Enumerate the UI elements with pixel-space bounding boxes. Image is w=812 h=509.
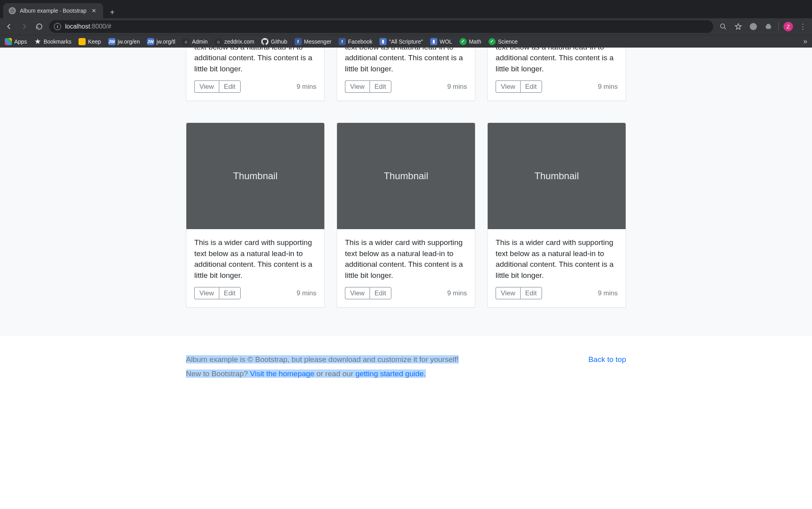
homepage-link[interactable]: Visit the homepage <box>250 369 314 378</box>
star-icon: ★ <box>34 38 41 45</box>
edit-button[interactable]: Edit <box>219 80 241 93</box>
bookmark-github[interactable]: Github <box>261 38 287 45</box>
back-button[interactable] <box>4 21 14 32</box>
facebook-icon: f <box>295 38 302 45</box>
bookmark-science[interactable]: ✓Science <box>488 38 518 45</box>
star-icon[interactable] <box>733 21 743 32</box>
card-text: This is a wider card with supporting tex… <box>345 48 467 74</box>
book-icon: ▮ <box>430 38 437 45</box>
jw-icon: JW <box>147 38 154 45</box>
album-card: Thumbnail This is a wider card with supp… <box>186 48 325 101</box>
globe-icon <box>9 7 16 14</box>
bookmark-keep[interactable]: Keep <box>79 38 101 45</box>
site-info-icon[interactable]: i <box>54 23 61 30</box>
site-icon: ⌂ <box>215 38 222 45</box>
bookmark-bookmarks[interactable]: ★Bookmarks <box>34 38 71 45</box>
math-icon: ✓ <box>460 38 467 45</box>
card-text: This is a wider card with supporting tex… <box>345 237 467 281</box>
keep-icon <box>79 38 86 45</box>
thumbnail: Thumbnail <box>337 123 475 229</box>
bookmark-admin[interactable]: ⌂Admin <box>182 38 208 45</box>
card-time: 9 mins <box>598 83 618 91</box>
facebook-icon: f <box>339 38 346 45</box>
chrome-menu-button[interactable]: ⋮ <box>798 22 808 31</box>
edit-button[interactable]: Edit <box>219 287 241 299</box>
new-tab-button[interactable]: + <box>106 6 118 18</box>
page-viewport[interactable]: Thumbnail This is a wider card with supp… <box>0 48 812 509</box>
edit-button[interactable]: Edit <box>370 80 391 93</box>
bookmark-jw-en[interactable]: JWjw.org/en <box>108 38 140 45</box>
bookmark-wol[interactable]: ▮WOL <box>430 38 452 45</box>
browser-chrome: Album example · Bootstrap ✕ + i localhos… <box>0 0 812 48</box>
bookmarks-bar: Apps ★Bookmarks Keep JWjw.org/en JWjw.or… <box>0 35 812 48</box>
toolbar-divider <box>778 22 779 31</box>
album-card: Thumbnail This is a wider card with supp… <box>337 48 475 101</box>
edit-button[interactable]: Edit <box>520 287 542 299</box>
bookmark-jw-tl[interactable]: JWjw.org/tl <box>147 38 175 45</box>
browser-toolbar: i localhost:8000/# Z ⋮ <box>0 18 812 35</box>
page-footer: Back to top Album example is © Bootstrap… <box>0 336 812 403</box>
science-icon: ✓ <box>488 38 496 45</box>
admin-icon: ⌂ <box>182 38 190 45</box>
card-text: This is a wider card with supporting tex… <box>496 237 618 281</box>
edit-button[interactable]: Edit <box>520 80 542 93</box>
album-section: Thumbnail This is a wider card with supp… <box>0 48 812 336</box>
bookmark-scripture[interactable]: ▮"All Scripture" <box>379 38 423 45</box>
bookmark-zeddrix[interactable]: ⌂zeddrix.com <box>215 38 254 45</box>
bookmark-facebook[interactable]: fFacebook <box>339 38 372 45</box>
footer-line-2: New to Bootstrap? Visit the homepage or … <box>186 369 626 378</box>
profile-avatar[interactable]: Z <box>783 22 793 31</box>
back-to-top-link[interactable]: Back to top <box>588 355 626 364</box>
album-card: Thumbnail This is a wider card with supp… <box>337 122 475 308</box>
footer-line-1: Album example is © Bootstrap, but please… <box>186 355 626 364</box>
drive-icon[interactable] <box>763 21 774 32</box>
bookmark-math[interactable]: ✓Math <box>460 38 481 45</box>
zoom-icon[interactable] <box>718 21 728 32</box>
page-content: Thumbnail This is a wider card with supp… <box>0 48 812 403</box>
card-text: This is a wider card with supporting tex… <box>496 48 618 74</box>
view-button[interactable]: View <box>496 287 520 299</box>
book-icon: ▮ <box>379 38 387 45</box>
github-icon <box>261 38 268 45</box>
jw-icon: JW <box>108 38 115 45</box>
album-card: Thumbnail This is a wider card with supp… <box>487 48 626 101</box>
card-time: 9 mins <box>598 289 618 297</box>
thumbnail: Thumbnail <box>186 123 324 229</box>
close-icon[interactable]: ✕ <box>90 8 98 14</box>
card-time: 9 mins <box>447 289 467 297</box>
reload-button[interactable] <box>34 21 44 32</box>
svg-point-1 <box>720 24 725 28</box>
bookmark-apps[interactable]: Apps <box>5 38 27 45</box>
view-button[interactable]: View <box>194 287 219 299</box>
card-time: 9 mins <box>297 83 316 91</box>
card-text: This is a wider card with supporting tex… <box>194 237 316 281</box>
card-text: This is a wider card with supporting tex… <box>194 48 316 74</box>
browser-tab[interactable]: Album example · Bootstrap ✕ <box>3 3 103 18</box>
forward-button[interactable] <box>19 21 29 32</box>
card-time: 9 mins <box>447 83 467 91</box>
getting-started-link[interactable]: getting started guide <box>355 369 423 378</box>
view-button[interactable]: View <box>345 80 370 93</box>
card-time: 9 mins <box>297 289 316 297</box>
tab-title: Album example · Bootstrap <box>20 8 86 14</box>
tab-strip: Album example · Bootstrap ✕ + <box>0 0 812 18</box>
album-card: Thumbnail This is a wider card with supp… <box>487 122 626 308</box>
address-bar[interactable]: i localhost:8000/# <box>49 20 713 33</box>
view-button[interactable]: View <box>194 80 219 93</box>
card-grid: Thumbnail This is a wider card with supp… <box>186 48 626 317</box>
view-button[interactable]: View <box>496 80 520 93</box>
edit-button[interactable]: Edit <box>370 287 391 299</box>
bookmark-messenger[interactable]: fMessenger <box>295 38 331 45</box>
thumbnail: Thumbnail <box>488 123 626 229</box>
apps-icon <box>5 38 12 45</box>
view-button[interactable]: View <box>345 287 370 299</box>
bookmarks-overflow-button[interactable]: » <box>803 37 807 46</box>
extension-icon[interactable] <box>748 21 758 32</box>
url-text: localhost:8000/# <box>65 23 111 30</box>
album-card: Thumbnail This is a wider card with supp… <box>186 122 325 308</box>
